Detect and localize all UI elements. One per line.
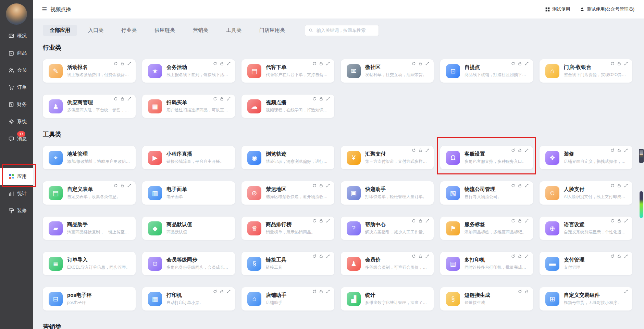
tab-all[interactable]: 全部应用 (43, 25, 77, 36)
sync-icon[interactable] (511, 183, 515, 188)
app-card[interactable]: ▟统计多维度数字化统计管理，深度了… (341, 287, 434, 310)
tab-supply[interactable]: 供应链类 (148, 25, 182, 36)
sidebar-item-decorate[interactable]: 装修 (0, 202, 33, 219)
app-card[interactable]: §短链接生成短链接生成 (440, 287, 533, 310)
app-card[interactable]: ✎活动报名线上报名缴纳费用，付费金额营… (43, 59, 136, 83)
scrollbar-thumb[interactable] (639, 149, 644, 163)
link-icon[interactable] (425, 219, 430, 223)
lock-icon[interactable] (418, 254, 423, 258)
lock-icon[interactable] (518, 219, 522, 223)
sync-icon[interactable] (518, 289, 522, 294)
link-icon[interactable] (127, 97, 132, 101)
sync-icon[interactable] (312, 97, 317, 101)
link-icon[interactable] (425, 148, 430, 153)
app-card[interactable]: ☁视频点播视频课程，在线学习，打造知识… (242, 95, 334, 118)
link-icon[interactable] (326, 183, 330, 188)
link-icon[interactable] (326, 61, 330, 66)
app-card[interactable]: ⊟pos电子秤pos电子秤 (43, 287, 136, 310)
app-card[interactable]: ☺人脸支付AI人脸识别支付，线上支付即成… (540, 181, 632, 205)
app-card[interactable]: ◉浏览轨迹轨迹记录，洞察浏览偏好，进行… (242, 146, 334, 169)
link-icon[interactable] (624, 289, 628, 294)
app-card[interactable]: ▦打印机自动打印订单小票。 (142, 287, 235, 310)
app-card[interactable]: ❖装修店铺界面自定义，拖拽式操作，… (540, 146, 632, 169)
link-icon[interactable] (226, 289, 231, 294)
app-card[interactable]: ▥电子面单电子面单 (142, 181, 235, 205)
app-card[interactable]: ⊞自定义交易组件视频号带货，无缝对接小程序。 (540, 287, 632, 310)
sync-icon[interactable] (113, 97, 118, 101)
link-icon[interactable] (624, 254, 628, 258)
lock-icon[interactable] (518, 183, 522, 188)
link-icon[interactable] (425, 254, 430, 258)
lock-icon[interactable] (319, 61, 323, 66)
app-card[interactable]: ▰商品助手淘宝商品链接复制，一键上传至… (43, 217, 136, 240)
avatar[interactable] (6, 3, 27, 25)
lock-icon[interactable] (220, 61, 224, 66)
lock-icon[interactable] (617, 183, 621, 188)
app-card[interactable]: ≣订单导入EXCEL导入订单信息，同步管理。 (43, 252, 136, 275)
link-icon[interactable] (226, 97, 231, 101)
sidebar-item-overview[interactable]: 概况 (0, 27, 33, 45)
app-card[interactable]: ▦扫码买单用户通过扫描选择商品，可以直… (142, 95, 235, 118)
link-icon[interactable] (326, 289, 330, 294)
link-icon[interactable] (624, 148, 628, 153)
sync-icon[interactable] (113, 61, 118, 66)
app-card[interactable]: ★会务活动线上报名线下签到，链接线下活… (142, 59, 235, 83)
lock-icon[interactable] (418, 219, 423, 223)
sync-icon[interactable] (213, 289, 217, 294)
app-card[interactable]: ⊕语言设置自定义系统前端显示，个性化运… (540, 217, 632, 240)
app-card[interactable]: ▤自定义表单自定义表单，收集各类信息。 (43, 181, 136, 205)
app-card[interactable]: ⊡自提点商品线下核销，打造社区团购平… (440, 59, 533, 83)
sync-icon[interactable] (312, 61, 317, 66)
link-icon[interactable] (524, 183, 529, 188)
sync-icon[interactable] (511, 61, 515, 66)
sync-icon[interactable] (610, 148, 615, 153)
link-icon[interactable] (326, 254, 330, 258)
sync-icon[interactable] (411, 254, 416, 258)
sidebar-item-finance[interactable]: 财务 (0, 96, 33, 113)
link-icon[interactable] (127, 183, 132, 188)
app-card[interactable]: ♛商品排行榜销量榜单，展示热销商品。 (242, 217, 334, 240)
lock-icon[interactable] (120, 97, 125, 101)
sync-icon[interactable] (610, 183, 615, 188)
lock-icon[interactable] (617, 61, 621, 66)
link-icon[interactable] (326, 97, 330, 101)
link-icon[interactable] (127, 61, 132, 66)
sidebar-item-stats[interactable]: 统计 (0, 185, 33, 202)
sync-icon[interactable] (213, 61, 217, 66)
app-card[interactable]: ▤多打印机同时连接多台打印机，批量完成… (440, 252, 533, 275)
sidebar-item-system[interactable]: 系统 (0, 113, 33, 130)
sync-icon[interactable] (511, 148, 515, 153)
link-icon[interactable] (624, 183, 628, 188)
lock-icon[interactable] (319, 219, 323, 223)
sidebar-item-apps[interactable]: 应用 (0, 168, 33, 185)
lock-icon[interactable] (418, 61, 423, 66)
menu-toggle-icon[interactable]: ☰ (42, 6, 47, 13)
app-card[interactable]: ¥汇聚支付第三方支付渠道，支付方式多样… (341, 146, 434, 169)
account-menu[interactable]: 测试使用(公众号管理员) (580, 6, 634, 12)
app-card[interactable]: ⊘禁运地区选择区域禁收快递，避开物流收… (242, 181, 334, 205)
app-card[interactable]: ▬支付管理支付管理 (540, 252, 632, 275)
sync-icon[interactable] (411, 148, 416, 153)
app-card[interactable]: ◆商品默认值商品默认值 (142, 217, 235, 240)
tab-tools[interactable]: 工具类 (219, 25, 248, 36)
search-input[interactable] (316, 27, 375, 33)
sync-icon[interactable] (411, 219, 416, 223)
lock-icon[interactable] (120, 61, 125, 66)
app-card[interactable]: ▤代客下单代替客户在后台下单，支持自营… (242, 59, 334, 83)
tab-marketing[interactable]: 营销类 (186, 25, 215, 36)
lock-icon[interactable] (319, 254, 323, 258)
sync-icon[interactable] (610, 61, 615, 66)
app-card[interactable]: ⚑服务标签添加商品标签，多维度商品标记。 (440, 217, 533, 240)
app-card[interactable]: ♟供应商管理多供应商入驻，平台统一销售，… (43, 95, 136, 118)
lock-icon[interactable] (518, 148, 522, 153)
sync-icon[interactable] (312, 254, 317, 258)
sync-icon[interactable] (511, 219, 515, 223)
tab-industry[interactable]: 行业类 (114, 25, 144, 36)
app-card[interactable]: ▶小程序直播链接公域流量，平台自主开播。 (142, 146, 235, 169)
lock-icon[interactable] (617, 148, 621, 153)
sidebar-item-goods[interactable]: 商品 (0, 45, 33, 62)
lock-icon[interactable] (319, 289, 323, 294)
lock-icon[interactable] (220, 97, 224, 101)
sync-icon[interactable] (610, 219, 615, 223)
link-icon[interactable] (524, 61, 529, 66)
